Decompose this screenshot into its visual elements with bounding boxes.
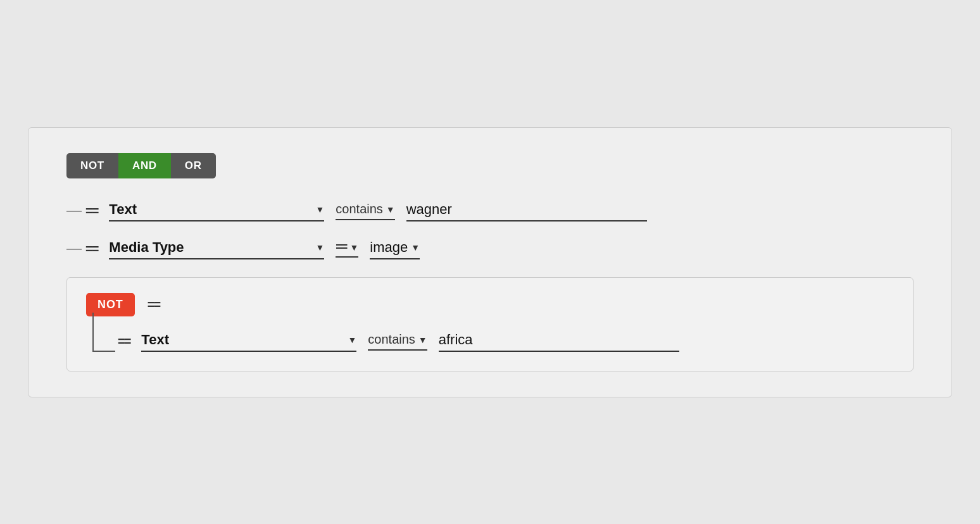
or-operator-button[interactable]: OR [171, 153, 216, 178]
nested-operator-label-1: contains [368, 332, 415, 347]
filter-row-2: == Media Type ▼ == ▼ image ▼ [66, 239, 914, 259]
nested-group: NOT == == Text ▼ contains ▼ africa [66, 277, 914, 371]
operator-select-2[interactable]: == ▼ [336, 240, 358, 258]
nested-row-drag-handle: == [118, 334, 130, 349]
nested-field-dropdown-arrow-1: ▼ [348, 335, 357, 345]
field-select-1[interactable]: Text ▼ [109, 201, 324, 221]
not-operator-button[interactable]: NOT [66, 153, 118, 178]
operator-dropdown-arrow-2: ▼ [349, 242, 358, 253]
value-text-1: wagner [406, 201, 452, 217]
nested-filter-row-1: == Text ▼ contains ▼ africa [86, 332, 894, 352]
nested-connector [92, 313, 94, 352]
field-label-2: Media Type [109, 239, 184, 256]
nested-field-select-1[interactable]: Text ▼ [141, 332, 356, 352]
row-connector-2 [66, 249, 82, 250]
field-label-1: Text [109, 201, 137, 218]
query-builder: NOT AND OR == Text ▼ contains ▼ wagner =… [28, 127, 952, 397]
nested-value-text-1: africa [439, 332, 473, 347]
row-connector-1 [66, 211, 82, 212]
value-field-1[interactable]: wagner [406, 201, 647, 221]
operator-toggle-group: NOT AND OR [66, 153, 914, 178]
operator-label-2: == [336, 240, 346, 254]
field-dropdown-arrow-2: ▼ [316, 242, 325, 253]
field-dropdown-arrow-1: ▼ [316, 204, 325, 215]
nested-value-field-1[interactable]: africa [439, 332, 679, 352]
value-dropdown-arrow-2: ▼ [411, 242, 420, 253]
filter-row-1: == Text ▼ contains ▼ wagner [66, 201, 914, 221]
nested-drag-handle: == [148, 297, 160, 312]
operator-label-1: contains [336, 202, 383, 216]
nested-operator-dropdown-arrow-1: ▼ [418, 335, 427, 345]
drag-handle-2: == [85, 242, 97, 256]
and-operator-button[interactable]: AND [118, 153, 171, 178]
operator-select-1[interactable]: contains ▼ [336, 202, 394, 220]
value-dropdown-2[interactable]: image ▼ [370, 239, 420, 259]
operator-dropdown-arrow-1: ▼ [386, 204, 395, 215]
value-text-2: image [370, 239, 408, 256]
nested-field-label-1: Text [141, 332, 169, 348]
drag-handle-1: == [85, 204, 97, 218]
nested-group-header: NOT == [86, 293, 894, 316]
nested-operator-select-1[interactable]: contains ▼ [368, 332, 427, 351]
field-select-2[interactable]: Media Type ▼ [109, 239, 324, 259]
